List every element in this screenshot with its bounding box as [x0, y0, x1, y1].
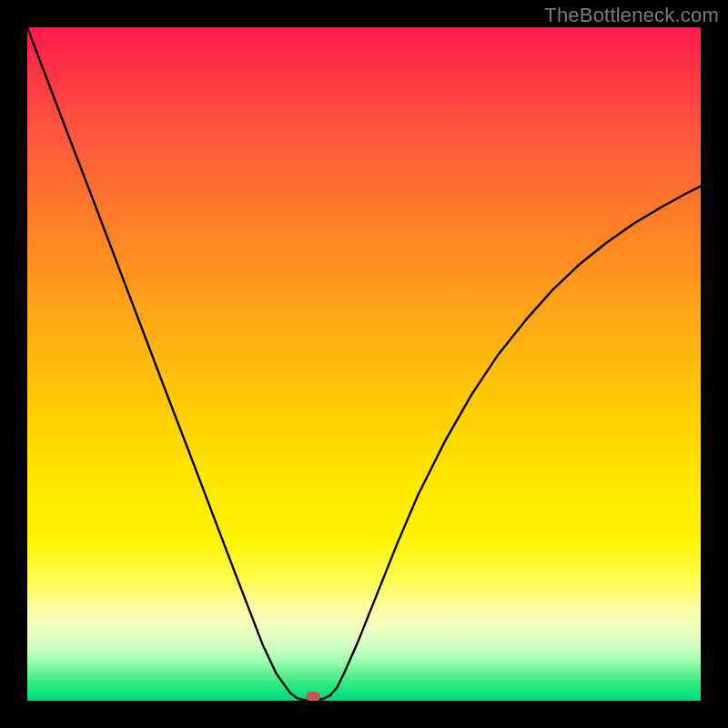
- watermark-text: TheBottleneck.com: [544, 4, 719, 27]
- bottleneck-curve: [27, 27, 701, 701]
- chart-frame: TheBottleneck.com: [0, 0, 728, 728]
- plot-area: [27, 27, 701, 701]
- minimum-marker: [306, 692, 320, 701]
